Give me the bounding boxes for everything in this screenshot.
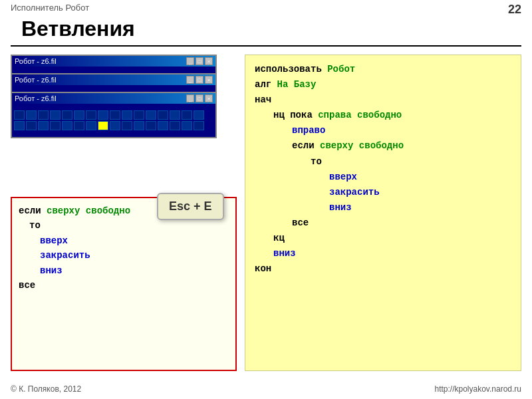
gc	[182, 121, 192, 130]
rc-4: нц пока справа свободно	[255, 108, 511, 123]
left-panel: Робот - z6.fil _ □ ×	[11, 55, 237, 371]
rc-5: вправо	[255, 123, 511, 138]
minimize-btn-3[interactable]: _	[186, 94, 194, 102]
code-line-left-5: вниз	[19, 263, 229, 278]
gc-yellow	[98, 121, 108, 130]
gc	[134, 110, 144, 120]
left-code-box: если сверху свободно то вверх закрасить …	[11, 197, 237, 371]
code-line-left-4: закрасить	[19, 248, 229, 263]
gc	[170, 121, 180, 130]
kw: сверху свободно	[47, 205, 130, 216]
gc	[14, 121, 25, 130]
gc	[146, 121, 156, 130]
kw: если	[292, 140, 320, 151]
win-buttons-1[interactable]: _ □ ×	[186, 57, 213, 65]
robot-window-3: Робот - z6.fil _ □ ×	[11, 92, 217, 138]
kw: вниз	[329, 202, 352, 213]
robot-grid-3	[12, 104, 215, 137]
kw: если	[19, 205, 47, 216]
kw: Робот	[327, 64, 355, 74]
rc-14: кон	[255, 261, 511, 277]
close-btn-2[interactable]: ×	[205, 76, 213, 84]
gc	[86, 121, 96, 130]
kw: справа свободно	[318, 110, 402, 120]
footer: © К. Поляков, 2012 http://kpolyakov.naro…	[0, 384, 532, 394]
kw: алг	[255, 79, 277, 90]
win-titlebar-3: Робот - z6.fil _ □ ×	[12, 93, 215, 104]
rc-13: вниз	[255, 246, 511, 261]
rc-1: использовать Робот	[255, 62, 511, 77]
gc	[38, 110, 49, 120]
gc	[122, 110, 132, 120]
gc	[74, 121, 84, 130]
app-title: Исполнитель Робот	[11, 3, 89, 13]
right-code-panel: использовать Робот алг На Базу нач нц по…	[245, 55, 521, 371]
win-titlebar-2: Робот - z6.fil _ □ ×	[12, 74, 215, 85]
gc	[62, 121, 72, 130]
code-line-left-3: вверх	[19, 233, 229, 248]
kw: вниз	[40, 265, 63, 276]
footer-right: http://kpolyakov.narod.ru	[434, 384, 521, 394]
esc-shortcut-box: Esc + E	[157, 193, 224, 220]
kw: сверху свободно	[320, 140, 404, 151]
win-buttons-3[interactable]: _ □ ×	[186, 94, 213, 102]
gc	[194, 121, 204, 130]
win-buttons-2[interactable]: _ □ ×	[186, 76, 213, 84]
gc	[62, 110, 72, 120]
maximize-btn-1[interactable]: □	[196, 57, 203, 65]
gc	[170, 110, 180, 120]
page-title: Ветвления	[11, 15, 521, 47]
code-line-left-2: то	[19, 218, 229, 233]
rc-3: нач	[255, 92, 511, 108]
kw: нач	[255, 94, 271, 105]
gc	[134, 121, 144, 130]
kw: закрасить	[329, 187, 380, 198]
rc-10: вниз	[255, 200, 511, 215]
kw: вверх	[40, 235, 68, 246]
gc	[14, 110, 25, 120]
gc	[158, 121, 168, 130]
kw: кц	[273, 233, 285, 243]
close-btn-3[interactable]: ×	[205, 94, 213, 102]
windows-stack: Робот - z6.fil _ □ ×	[11, 55, 237, 141]
win-titlebar-1: Робот - z6.fil _ □ ×	[12, 56, 215, 66]
code-line-left-6: все	[19, 278, 229, 293]
footer-left: © К. Поляков, 2012	[11, 384, 81, 394]
gc	[158, 110, 168, 120]
rc-9: закрасить	[255, 185, 511, 200]
win-title-1: Робот - z6.fil	[15, 57, 57, 65]
minimize-btn-1[interactable]: _	[186, 57, 194, 65]
kw: использовать	[255, 64, 327, 74]
rc-12: кц	[255, 231, 511, 246]
kw: нц пока	[273, 110, 318, 120]
page-number: 22	[508, 3, 521, 17]
gc	[146, 110, 156, 120]
win-title-2: Робот - z6.fil	[15, 76, 57, 84]
gc	[50, 110, 61, 120]
kw: вверх	[329, 172, 357, 182]
gc	[110, 110, 120, 120]
kw: вправо	[292, 125, 325, 136]
kw: вниз	[273, 248, 296, 259]
win-title-3: Робот - z6.fil	[15, 94, 57, 102]
rc-6: если сверху свободно	[255, 138, 511, 154]
rc-7: то	[255, 154, 511, 170]
kw: все	[292, 217, 309, 228]
close-btn-1[interactable]: ×	[205, 57, 213, 65]
kw: кон	[255, 263, 271, 274]
maximize-btn-3[interactable]: □	[196, 94, 203, 102]
gc	[86, 110, 96, 120]
gc	[194, 110, 204, 120]
gc	[50, 121, 61, 130]
gc	[26, 121, 37, 130]
gc	[182, 110, 192, 120]
maximize-btn-2[interactable]: □	[196, 76, 203, 84]
gc	[98, 110, 108, 120]
minimize-btn-2[interactable]: _	[186, 76, 194, 84]
kw: то	[29, 220, 41, 231]
gc	[122, 121, 132, 130]
kw: На Базу	[277, 79, 317, 90]
rc-11: все	[255, 215, 511, 231]
gc	[38, 121, 49, 130]
kw: то	[311, 156, 322, 167]
